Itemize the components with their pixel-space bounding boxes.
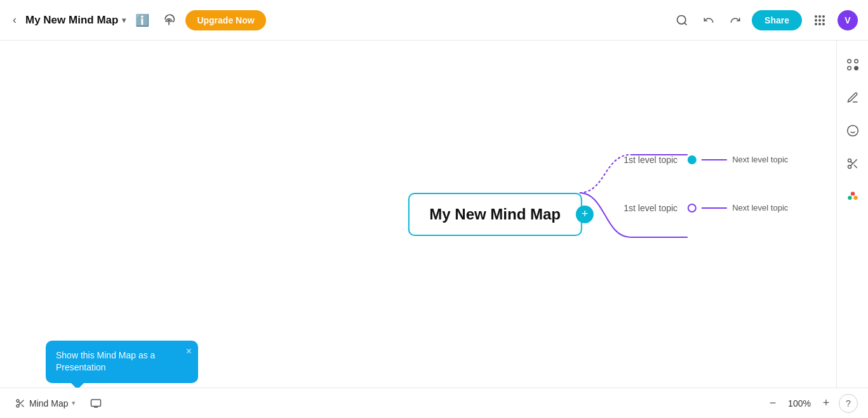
tooltip-text: Show this Mind Map as a Presentation bbox=[56, 350, 155, 373]
title-text: My New Mind Map bbox=[25, 14, 118, 27]
grid-dots-icon bbox=[813, 14, 826, 27]
mind-map-chevron: ▾ bbox=[72, 399, 76, 407]
upgrade-button[interactable]: Upgrade Now bbox=[185, 10, 265, 30]
svg-point-1 bbox=[678, 15, 686, 23]
scissors-button[interactable] bbox=[841, 152, 864, 175]
topic-label-2: 1st level topic bbox=[624, 203, 678, 213]
info-button[interactable]: ℹ️ bbox=[132, 10, 152, 30]
scissors-small-icon bbox=[15, 398, 25, 408]
svg-point-14 bbox=[847, 60, 851, 63]
central-node[interactable]: My New Mind Map + bbox=[408, 193, 582, 236]
scissors-icon bbox=[846, 157, 859, 170]
svg-point-4 bbox=[818, 15, 821, 18]
svg-point-10 bbox=[818, 23, 821, 25]
svg-point-30 bbox=[17, 400, 19, 402]
svg-line-25 bbox=[850, 162, 852, 164]
back-icon: ‹ bbox=[13, 13, 17, 27]
topic-circle-2 bbox=[688, 204, 697, 212]
svg-point-17 bbox=[854, 67, 858, 70]
layouts-icon bbox=[846, 58, 860, 72]
tooltip-popup: Show this Mind Map as a Presentation × bbox=[46, 341, 198, 383]
mind-map-mode-button[interactable]: Mind Map ▾ bbox=[10, 396, 81, 411]
title-chevron: ▾ bbox=[122, 16, 126, 25]
flower-icon bbox=[846, 190, 860, 204]
tooltip-close-button[interactable]: × bbox=[186, 346, 192, 357]
svg-point-9 bbox=[815, 23, 817, 25]
add-topic-button[interactable]: + bbox=[576, 206, 594, 223]
svg-point-18 bbox=[847, 126, 858, 136]
share-button[interactable]: Share bbox=[752, 10, 802, 30]
flower-button[interactable] bbox=[841, 185, 864, 208]
topic-node-2: Next level topic bbox=[688, 203, 788, 212]
svg-line-2 bbox=[684, 22, 687, 25]
apps-grid-button[interactable] bbox=[808, 9, 831, 32]
help-icon: ? bbox=[846, 398, 851, 408]
undo-button[interactable] bbox=[698, 10, 719, 30]
svg-point-26 bbox=[850, 192, 854, 195]
topics-container: 1st level topic Next level topic 1st lev… bbox=[624, 155, 788, 213]
info-icon: ℹ️ bbox=[135, 13, 149, 27]
bottom-toolbar: Mind Map ▾ − 100% + ? bbox=[0, 388, 868, 418]
central-box: My New Mind Map bbox=[408, 193, 582, 236]
draw-icon bbox=[846, 91, 859, 104]
right-sidebar bbox=[836, 41, 868, 388]
mindmap-inner: My New Mind Map + 1st level topic Next l… bbox=[408, 193, 582, 236]
presentation-icon bbox=[90, 398, 102, 408]
svg-point-3 bbox=[815, 15, 817, 18]
emoji-icon bbox=[846, 124, 859, 137]
zoom-out-button[interactable]: − bbox=[764, 395, 782, 412]
redo-button[interactable] bbox=[725, 10, 745, 30]
svg-point-22 bbox=[848, 166, 851, 169]
svg-line-33 bbox=[22, 404, 24, 407]
topic-circle-1 bbox=[688, 155, 697, 164]
search-icon bbox=[676, 14, 688, 27]
cloud-upload-button[interactable] bbox=[159, 10, 179, 30]
svg-point-16 bbox=[847, 67, 851, 70]
svg-line-24 bbox=[854, 165, 857, 168]
draw-button[interactable] bbox=[841, 86, 864, 109]
svg-point-11 bbox=[822, 23, 825, 25]
header-right: Share V bbox=[672, 9, 858, 32]
svg-rect-35 bbox=[91, 400, 101, 407]
svg-point-27 bbox=[853, 196, 857, 200]
svg-point-29 bbox=[851, 195, 854, 198]
central-title: My New Mind Map bbox=[429, 206, 561, 223]
canvas-area[interactable]: My New Mind Map + 1st level topic Next l… bbox=[0, 41, 868, 388]
svg-point-21 bbox=[848, 159, 851, 162]
zoom-level: 100% bbox=[787, 398, 812, 408]
svg-point-6 bbox=[815, 19, 817, 22]
next-topic-label-2: Next level topic bbox=[732, 203, 788, 212]
svg-point-8 bbox=[822, 19, 825, 22]
search-button[interactable] bbox=[672, 10, 692, 30]
header: ‹ My New Mind Map ▾ ℹ️ Upgrade Now bbox=[0, 0, 868, 41]
topic-line-1 bbox=[702, 159, 727, 160]
topic-row-1: 1st level topic Next level topic bbox=[624, 155, 788, 165]
topic-node-1: Next level topic bbox=[688, 155, 788, 164]
svg-line-34 bbox=[18, 402, 20, 403]
emoji-button[interactable] bbox=[841, 119, 864, 142]
presentation-button[interactable] bbox=[86, 393, 106, 414]
svg-point-15 bbox=[854, 60, 858, 63]
next-topic-label-1: Next level topic bbox=[732, 155, 788, 164]
header-left: ‹ My New Mind Map ▾ ℹ️ Upgrade Now bbox=[10, 10, 266, 30]
svg-point-5 bbox=[822, 15, 825, 18]
undo-icon bbox=[703, 15, 714, 26]
document-title[interactable]: My New Mind Map ▾ bbox=[25, 14, 126, 27]
user-avatar[interactable]: V bbox=[838, 10, 858, 30]
redo-icon bbox=[730, 15, 741, 26]
svg-point-28 bbox=[848, 196, 851, 200]
help-button[interactable]: ? bbox=[839, 394, 858, 413]
mindmap-area: My New Mind Map + 1st level topic Next l… bbox=[408, 193, 582, 236]
svg-point-31 bbox=[17, 405, 19, 407]
bottom-left: Mind Map ▾ bbox=[10, 393, 106, 414]
topic-line-2 bbox=[702, 207, 727, 209]
back-button[interactable]: ‹ bbox=[10, 11, 19, 29]
layouts-button[interactable] bbox=[841, 53, 864, 76]
topic-label-1: 1st level topic bbox=[624, 155, 678, 165]
mind-map-label: Mind Map bbox=[29, 398, 68, 408]
svg-point-7 bbox=[818, 19, 821, 22]
zoom-in-button[interactable]: + bbox=[817, 395, 835, 412]
topic-row-2: 1st level topic Next level topic bbox=[624, 203, 788, 213]
cloud-upload-icon bbox=[163, 14, 175, 27]
